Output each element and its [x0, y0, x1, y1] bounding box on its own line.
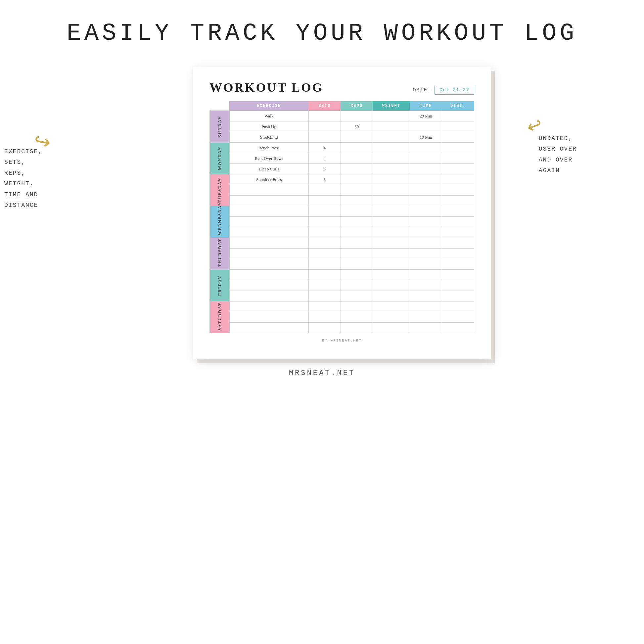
exercise-cell[interactable]: [229, 312, 308, 323]
reps-cell[interactable]: [341, 238, 373, 249]
time-cell[interactable]: [410, 291, 442, 301]
reps-cell[interactable]: [341, 132, 373, 143]
weight-cell[interactable]: [373, 259, 410, 270]
exercise-cell[interactable]: [229, 249, 308, 259]
exercise-cell[interactable]: [229, 238, 308, 249]
sets-cell[interactable]: [308, 206, 341, 217]
sets-cell[interactable]: [308, 111, 341, 121]
weight-cell[interactable]: [373, 164, 410, 174]
exercise-cell[interactable]: [229, 323, 308, 333]
time-cell[interactable]: [410, 185, 442, 196]
reps-cell[interactable]: [341, 291, 373, 301]
reps-cell[interactable]: [341, 143, 373, 153]
dist-cell[interactable]: [442, 196, 474, 206]
weight-cell[interactable]: [373, 196, 410, 206]
time-cell[interactable]: 10 Min: [410, 132, 442, 143]
reps-cell[interactable]: [341, 217, 373, 227]
weight-cell[interactable]: [373, 270, 410, 280]
time-cell[interactable]: [410, 217, 442, 227]
dist-cell[interactable]: [442, 111, 474, 121]
dist-cell[interactable]: [442, 185, 474, 196]
reps-cell[interactable]: [341, 259, 373, 270]
exercise-cell[interactable]: Bent Over Rows: [229, 153, 308, 164]
time-cell[interactable]: [410, 312, 442, 323]
sets-cell[interactable]: [308, 291, 341, 301]
reps-cell[interactable]: [341, 227, 373, 238]
time-cell[interactable]: [410, 270, 442, 280]
time-cell[interactable]: [410, 121, 442, 132]
sets-cell[interactable]: 3: [308, 174, 341, 185]
time-cell[interactable]: [410, 206, 442, 217]
dist-cell[interactable]: [442, 217, 474, 227]
dist-cell[interactable]: [442, 259, 474, 270]
exercise-cell[interactable]: [229, 270, 308, 280]
exercise-cell[interactable]: Stretching: [229, 132, 308, 143]
time-cell[interactable]: [410, 143, 442, 153]
time-cell[interactable]: [410, 249, 442, 259]
weight-cell[interactable]: [373, 280, 410, 291]
sets-cell[interactable]: [308, 196, 341, 206]
time-cell[interactable]: [410, 301, 442, 312]
sets-cell[interactable]: [308, 259, 341, 270]
time-cell[interactable]: [410, 164, 442, 174]
exercise-cell[interactable]: [229, 185, 308, 196]
exercise-cell[interactable]: [229, 301, 308, 312]
weight-cell[interactable]: [373, 291, 410, 301]
weight-cell[interactable]: [373, 174, 410, 185]
reps-cell[interactable]: [341, 206, 373, 217]
dist-cell[interactable]: [442, 206, 474, 217]
weight-cell[interactable]: [373, 132, 410, 143]
dist-cell[interactable]: [442, 143, 474, 153]
exercise-cell[interactable]: [229, 227, 308, 238]
dist-cell[interactable]: [442, 323, 474, 333]
weight-cell[interactable]: [373, 217, 410, 227]
weight-cell[interactable]: [373, 227, 410, 238]
dist-cell[interactable]: [442, 227, 474, 238]
sets-cell[interactable]: 4: [308, 143, 341, 153]
sets-cell[interactable]: [308, 185, 341, 196]
exercise-cell[interactable]: [229, 206, 308, 217]
dist-cell[interactable]: [442, 291, 474, 301]
time-cell[interactable]: [410, 227, 442, 238]
reps-cell[interactable]: [341, 301, 373, 312]
reps-cell[interactable]: [341, 185, 373, 196]
exercise-cell[interactable]: [229, 291, 308, 301]
weight-cell[interactable]: [373, 323, 410, 333]
reps-cell[interactable]: [341, 249, 373, 259]
exercise-cell[interactable]: Bench Press: [229, 143, 308, 153]
time-cell[interactable]: [410, 280, 442, 291]
sets-cell[interactable]: [308, 249, 341, 259]
sets-cell[interactable]: [308, 323, 341, 333]
time-cell[interactable]: [410, 174, 442, 185]
exercise-cell[interactable]: Walk: [229, 111, 308, 121]
exercise-cell[interactable]: [229, 217, 308, 227]
sets-cell[interactable]: [308, 132, 341, 143]
dist-cell[interactable]: [442, 280, 474, 291]
weight-cell[interactable]: [373, 238, 410, 249]
reps-cell[interactable]: [341, 153, 373, 164]
time-cell[interactable]: [410, 153, 442, 164]
reps-cell[interactable]: [341, 111, 373, 121]
dist-cell[interactable]: [442, 249, 474, 259]
reps-cell[interactable]: [341, 270, 373, 280]
weight-cell[interactable]: [373, 301, 410, 312]
sets-cell[interactable]: 3: [308, 164, 341, 174]
reps-cell[interactable]: [341, 174, 373, 185]
dist-cell[interactable]: [442, 270, 474, 280]
sets-cell[interactable]: [308, 227, 341, 238]
dist-cell[interactable]: [442, 121, 474, 132]
dist-cell[interactable]: [442, 174, 474, 185]
weight-cell[interactable]: [373, 111, 410, 121]
time-cell[interactable]: [410, 323, 442, 333]
exercise-cell[interactable]: Push Up: [229, 121, 308, 132]
weight-cell[interactable]: [373, 206, 410, 217]
weight-cell[interactable]: [373, 143, 410, 153]
time-cell[interactable]: [410, 196, 442, 206]
sets-cell[interactable]: [308, 312, 341, 323]
weight-cell[interactable]: [373, 153, 410, 164]
exercise-cell[interactable]: [229, 280, 308, 291]
sets-cell[interactable]: 4: [308, 153, 341, 164]
weight-cell[interactable]: [373, 185, 410, 196]
reps-cell[interactable]: 30: [341, 121, 373, 132]
weight-cell[interactable]: [373, 121, 410, 132]
